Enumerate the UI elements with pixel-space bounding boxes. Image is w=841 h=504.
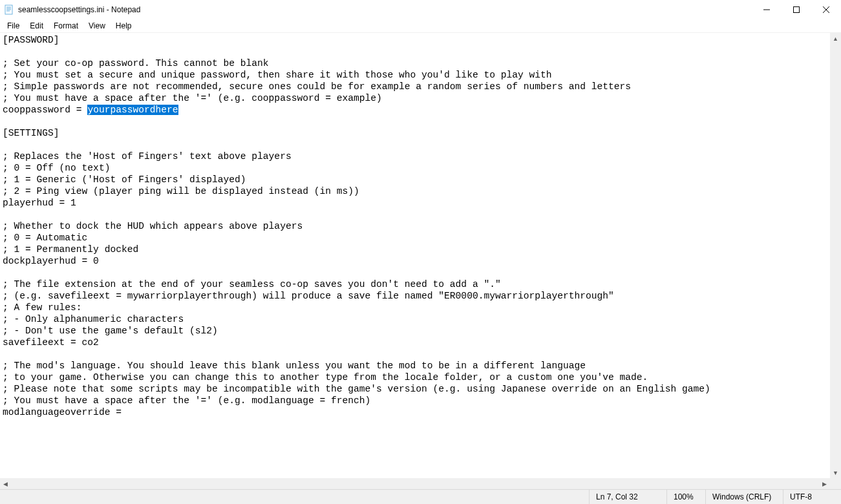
horizontal-scrollbar[interactable]: ◀ ▶ [0,478,830,489]
menu-file[interactable]: File [3,20,24,32]
scroll-corner [830,478,841,489]
titlebar[interactable]: seamlesscoopsettings.ini - Notepad [0,0,841,19]
minimize-button[interactable] [752,0,782,19]
scroll-up-icon[interactable]: ▲ [830,33,841,44]
status-line-ending: Windows (CRLF) [705,490,783,504]
menu-view[interactable]: View [84,20,110,32]
svg-rect-6 [794,7,800,13]
close-button[interactable] [811,0,841,19]
text-editor[interactable]: [PASSWORD]; Set your co-op password. Thi… [0,33,830,478]
scroll-right-icon[interactable]: ▶ [819,478,830,489]
menubar: File Edit Format View Help [0,19,841,32]
scroll-down-icon[interactable]: ▼ [830,467,841,478]
window-controls [752,0,841,19]
status-encoding: UTF-8 [783,490,841,504]
scroll-left-icon[interactable]: ◀ [0,478,11,489]
notepad-icon [4,5,14,15]
menu-format[interactable]: Format [49,20,83,32]
vertical-scrollbar[interactable]: ▲ ▼ [830,33,841,478]
status-position: Ln 7, Col 32 [589,490,666,504]
menu-edit[interactable]: Edit [25,20,48,32]
status-zoom: 100% [666,490,705,504]
menu-help[interactable]: Help [111,20,136,32]
maximize-button[interactable] [782,0,811,19]
editor-area: [PASSWORD]; Set your co-op password. Thi… [0,32,841,489]
statusbar: Ln 7, Col 32 100% Windows (CRLF) UTF-8 [0,489,841,504]
text-selection: yourpasswordhere [87,105,178,115]
window-title: seamlesscoopsettings.ini - Notepad [18,5,140,14]
